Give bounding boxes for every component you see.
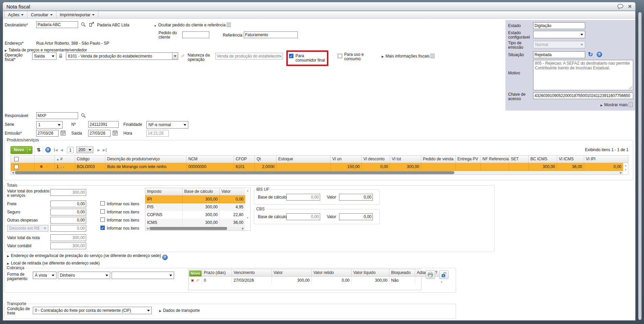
col-valor-liquido[interactable]: Valor líquido xyxy=(352,269,389,277)
scroll-right-icon[interactable]: ▶ xyxy=(241,227,245,230)
scrollbar-thumb[interactable] xyxy=(15,171,454,174)
col-vl-un[interactable]: Vl un xyxy=(331,156,362,163)
finalidade-select[interactable]: NF-e normal xyxy=(146,121,188,129)
note-icon[interactable] xyxy=(431,54,434,59)
prev-page-icon[interactable]: ◀ xyxy=(60,148,63,152)
destinatario-input[interactable] xyxy=(36,21,78,28)
menu-acoes[interactable]: Ações xyxy=(4,11,27,18)
edit-row-icon[interactable]: ✎ xyxy=(45,163,49,170)
parcela-row[interactable]: ✖✎ 0 27/03/2026 300,00 0,00 300,00 Não xyxy=(189,277,439,284)
natureza-input[interactable] xyxy=(215,53,283,60)
produto-row[interactable]: ✖✎ 1 ▲▼ BOLO003 Bolo de Morango com leit… xyxy=(11,163,623,171)
impostos-vscroll[interactable]: ▲▼ xyxy=(245,188,250,230)
menu-consultar[interactable]: Consultar xyxy=(27,11,56,18)
last-page-icon[interactable]: ▶ xyxy=(103,148,106,152)
prazo-select[interactable]: À vista xyxy=(33,272,56,279)
operacao-tipo-select[interactable]: Saída xyxy=(32,52,56,60)
delete-row-icon[interactable]: ✖ xyxy=(40,163,43,170)
imposto-row-ipi[interactable]: IPI 300,00 0,00 xyxy=(145,195,245,203)
col-vl-icms[interactable]: Vl ICMS xyxy=(557,156,584,163)
novo-parcela-button[interactable]: Novo xyxy=(189,271,201,276)
window-scrollbar[interactable] xyxy=(638,12,642,320)
ocultar-pedido-link[interactable]: ▲Ocultar pedido do cliente e referência xyxy=(154,23,231,28)
comment-icon[interactable] xyxy=(617,4,624,9)
novo-produto-button[interactable]: Novo xyxy=(10,146,32,154)
col-valor[interactable]: Valor xyxy=(272,269,312,277)
condicao-frete-select[interactable]: 0 - Contratação do frete por conta do re… xyxy=(33,307,152,314)
outras-informar-checkbox[interactable] xyxy=(100,217,105,222)
col-descricao[interactable]: Descrição do produto/serviço xyxy=(105,156,187,163)
select-all-checkbox[interactable] xyxy=(14,157,19,161)
col-valor[interactable]: Valor xyxy=(220,188,245,195)
first-page-icon[interactable]: ◀ xyxy=(54,148,58,152)
refresh-grid-icon[interactable]: ⇅ xyxy=(37,147,41,153)
situacao-input[interactable] xyxy=(533,51,585,58)
chave-acesso-input[interactable] xyxy=(533,92,633,99)
combo-arrow-button[interactable] xyxy=(172,53,178,60)
scroll-up-icon[interactable]: ▲ xyxy=(624,164,627,167)
col-bloqueado[interactable]: Bloqueado xyxy=(389,269,415,277)
col-bc-icms[interactable]: BC ICMS xyxy=(529,156,557,163)
novo-dropdown[interactable] xyxy=(27,146,32,154)
note-icon[interactable] xyxy=(629,102,633,108)
consumidor-final-checkbox[interactable]: ✓ xyxy=(289,54,293,58)
col-prazo[interactable]: Prazo (dias) xyxy=(202,269,232,277)
calendar-icon[interactable] xyxy=(113,130,118,137)
col-estoque[interactable]: Estoque xyxy=(277,156,331,163)
dados-transporte-link[interactable]: ▶Dados de transporte xyxy=(159,308,200,313)
imposto-row-cofins[interactable]: COFINS 300,00 22,80 xyxy=(145,211,245,219)
seguro-input[interactable] xyxy=(50,209,86,215)
motivo-textarea[interactable]: 805 - Rejeicao: A SEFAZ do destinatario … xyxy=(533,60,633,90)
scroll-down-icon[interactable]: ▼ xyxy=(440,281,443,284)
endereco-entrega-link[interactable]: ▶Endereço de entrega/local de prestação … xyxy=(7,253,168,260)
col-set[interactable]: SET xyxy=(509,156,529,163)
numero-input[interactable] xyxy=(88,121,119,128)
move-up-icon[interactable]: ▲ xyxy=(60,166,62,168)
scroll-left-icon[interactable]: ◀ xyxy=(145,227,149,230)
help-icon[interactable]: ? xyxy=(45,147,51,153)
conta-select[interactable] xyxy=(112,272,174,279)
printer-icon[interactable] xyxy=(426,270,435,279)
col-valor-retido[interactable]: Valor retido xyxy=(312,269,352,277)
help-icon[interactable]: ? xyxy=(597,52,602,57)
scroll-down-icon[interactable]: ▼ xyxy=(624,168,627,171)
ibs-valor-input[interactable] xyxy=(339,194,373,201)
next-page-icon[interactable]: ▶ xyxy=(97,148,100,152)
edit-row-icon[interactable]: ✎ xyxy=(196,277,199,284)
scrollbar-thumb[interactable] xyxy=(149,227,227,230)
col-pedido-venda[interactable]: Pedido de venda xyxy=(421,156,456,163)
destinatario-link[interactable]: Padaria ABC Ltda xyxy=(97,23,129,27)
resize-grip-icon[interactable] xyxy=(629,86,632,89)
page-number-input[interactable]: 1 xyxy=(67,147,74,153)
scroll-right-icon[interactable]: ▶ xyxy=(619,171,623,174)
responsavel-input[interactable] xyxy=(36,112,78,119)
close-icon[interactable]: ✕ xyxy=(628,4,632,9)
impostos-hscrollbar[interactable]: ◀ ▶ xyxy=(145,227,245,230)
serie-select[interactable]: 1 xyxy=(36,121,63,129)
cbs-valor-input[interactable] xyxy=(339,213,373,220)
saida-input[interactable] xyxy=(88,130,111,137)
col-nf-referenciada[interactable]: NF Referenciada xyxy=(481,156,509,163)
help-icon[interactable]: ? xyxy=(162,255,168,260)
external-link-icon[interactable] xyxy=(89,22,94,28)
pedido-cliente-input[interactable] xyxy=(182,31,209,38)
col-qt[interactable]: Qt xyxy=(255,156,277,163)
row-checkbox[interactable] xyxy=(14,165,19,169)
page-size-select[interactable]: 200 xyxy=(76,146,93,153)
referencia-input[interactable] xyxy=(244,31,298,38)
emissao-input[interactable] xyxy=(36,130,58,137)
frete-input[interactable] xyxy=(50,201,86,207)
unlock-icon[interactable] xyxy=(439,270,449,279)
col-codigo[interactable]: Código xyxy=(75,156,105,163)
produtos-hscrollbar[interactable]: ◀ ▶ xyxy=(11,171,623,175)
desconto-informar-checkbox[interactable]: ✓ xyxy=(100,226,105,230)
scroll-down-icon[interactable]: ▼ xyxy=(246,216,249,219)
estado-configuravel-select[interactable] xyxy=(533,31,585,38)
outras-input[interactable] xyxy=(50,217,86,224)
uso-consumo-checkbox[interactable] xyxy=(338,54,342,58)
delete-row-icon[interactable]: ✖ xyxy=(191,277,194,284)
estado-input[interactable] xyxy=(533,22,585,29)
produtos-vscroll[interactable]: ▲▼ xyxy=(623,163,628,175)
refresh-icon[interactable]: ↻ xyxy=(588,51,593,57)
seguro-informar-checkbox[interactable] xyxy=(100,209,105,214)
